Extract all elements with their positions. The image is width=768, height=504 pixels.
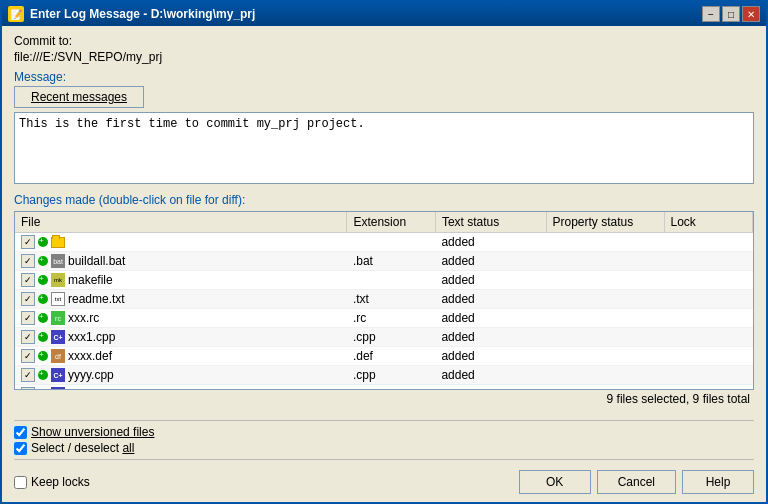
col-header-extension: Extension [347, 212, 436, 233]
file-extension: .bat [347, 252, 436, 271]
title-bar-left: 📝 Enter Log Message - D:\working\my_prj [8, 6, 255, 22]
file-property-status [546, 347, 664, 366]
col-header-text-status: Text status [435, 212, 546, 233]
col-header-lock: Lock [664, 212, 753, 233]
keep-locks-checkbox[interactable] [14, 476, 27, 489]
maximize-button[interactable]: □ [722, 6, 740, 22]
file-property-status [546, 271, 664, 290]
file-lock [664, 347, 753, 366]
footer-left: Keep locks [14, 475, 90, 489]
ok-button[interactable]: OK [519, 470, 591, 494]
file-text-status: added [435, 309, 546, 328]
file-property-status [546, 309, 664, 328]
recent-messages-button[interactable]: Recent messages [14, 86, 144, 108]
footer: Keep locks OK Cancel Help [2, 464, 766, 502]
file-extension: .def [347, 347, 436, 366]
file-cell: df xxxx.def [15, 347, 347, 366]
message-textarea[interactable]: This is the first time to commit my_prj … [14, 112, 754, 184]
footer-buttons: OK Cancel Help [519, 470, 754, 494]
file-extension [347, 233, 436, 252]
file-extension: .cpp [347, 328, 436, 347]
file-text-status: added [435, 233, 546, 252]
file-text-status: added [435, 347, 546, 366]
divider-bottom [14, 459, 754, 460]
message-label: Message: [14, 70, 754, 84]
file-extension: .txt [347, 290, 436, 309]
file-lock [664, 271, 753, 290]
file-cell: C+ yyyy.cpp [15, 366, 347, 385]
file-text-status: added [435, 252, 546, 271]
table-row[interactable]: rc xxx.rc .rc added [15, 309, 753, 328]
file-lock [664, 252, 753, 271]
col-header-property-status: Property status [546, 212, 664, 233]
status-bar: 9 files selected, 9 files total [14, 390, 754, 408]
file-cell [15, 233, 347, 252]
bottom-controls: Show unversioned files Select / deselect… [2, 416, 766, 464]
window-icon: 📝 [8, 6, 24, 22]
divider-top [14, 420, 754, 421]
table-row[interactable]: added [15, 233, 753, 252]
file-text-status: added [435, 290, 546, 309]
minimize-button[interactable]: − [702, 6, 720, 22]
table-row[interactable]: mk makefile added [15, 271, 753, 290]
main-window: 📝 Enter Log Message - D:\working\my_prj … [0, 0, 768, 504]
file-extension: .cpp [347, 366, 436, 385]
file-lock [664, 366, 753, 385]
keep-locks-label: Keep locks [31, 475, 90, 489]
file-lock [664, 290, 753, 309]
file-cell: txt readme.txt [15, 290, 347, 309]
table-row[interactable]: txt readme.txt .txt added [15, 290, 753, 309]
select-deselect-checkbox[interactable] [14, 442, 27, 455]
table-row[interactable]: C+ yyyy.cpp .cpp added [15, 366, 753, 385]
show-unversioned-checkbox[interactable] [14, 426, 27, 439]
file-property-status [546, 290, 664, 309]
message-section: Message: Recent messages This is the fir… [14, 70, 754, 187]
show-unversioned-row: Show unversioned files [14, 425, 754, 439]
cancel-button[interactable]: Cancel [597, 470, 676, 494]
file-property-status [546, 252, 664, 271]
help-button[interactable]: Help [682, 470, 754, 494]
file-extension [347, 271, 436, 290]
file-table-container[interactable]: File Extension Text status Property stat… [14, 211, 754, 390]
file-extension: .rc [347, 309, 436, 328]
file-property-status [546, 233, 664, 252]
close-button[interactable]: ✕ [742, 6, 760, 22]
file-lock [664, 233, 753, 252]
file-property-status [546, 328, 664, 347]
file-table: File Extension Text status Property stat… [15, 212, 753, 390]
file-lock [664, 309, 753, 328]
file-property-status [546, 366, 664, 385]
table-row[interactable]: df xxxx.def .def added [15, 347, 753, 366]
title-bar-buttons: − □ ✕ [702, 6, 760, 22]
file-cell: mk makefile [15, 271, 347, 290]
show-unversioned-label: Show unversioned files [31, 425, 154, 439]
col-header-file: File [15, 212, 347, 233]
file-cell: C+ xxx1.cpp [15, 328, 347, 347]
changes-label: Changes made (double-click on file for d… [14, 193, 754, 207]
file-cell: rc xxx.rc [15, 309, 347, 328]
table-row[interactable]: C+ xxx1.cpp .cpp added [15, 328, 753, 347]
content-area: Commit to: file:///E:/SVN_REPO/my_prj Me… [2, 26, 766, 416]
commit-label: Commit to: [14, 34, 754, 48]
file-text-status: added [435, 271, 546, 290]
commit-url: file:///E:/SVN_REPO/my_prj [14, 50, 754, 64]
file-cell: bat buildall.bat [15, 252, 347, 271]
select-deselect-label: Select / deselect all [31, 441, 134, 455]
file-text-status: added [435, 366, 546, 385]
title-bar: 📝 Enter Log Message - D:\working\my_prj … [2, 2, 766, 26]
select-deselect-row: Select / deselect all [14, 441, 754, 455]
file-lock [664, 328, 753, 347]
changes-section: Changes made (double-click on file for d… [14, 193, 754, 408]
file-text-status: added [435, 328, 546, 347]
table-row[interactable]: bat buildall.bat .bat added [15, 252, 753, 271]
window-title: Enter Log Message - D:\working\my_prj [30, 7, 255, 21]
